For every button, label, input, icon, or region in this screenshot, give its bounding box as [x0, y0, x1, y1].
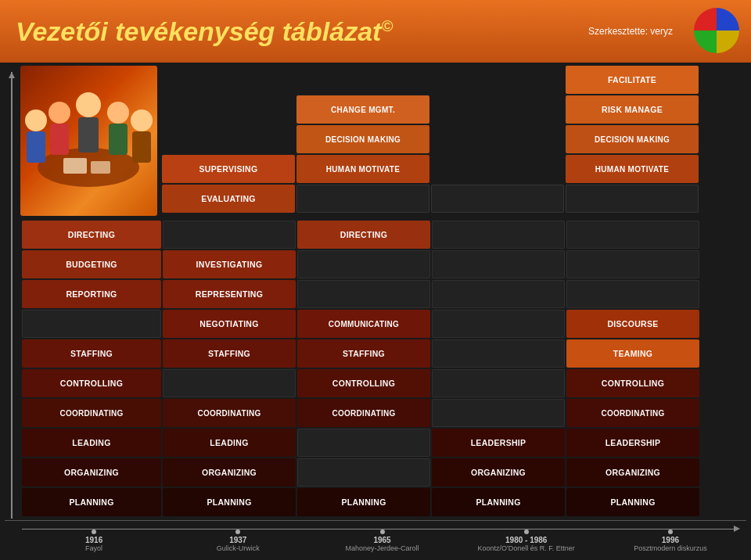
cell-reporting: REPORTING — [22, 280, 161, 308]
cell-empty — [297, 458, 430, 486]
cell-empty — [163, 369, 296, 397]
timeline-dot — [524, 529, 529, 534]
cell-coordinating-1: COORDINATING — [22, 399, 161, 427]
main-body: FACILITATE CHANGE MGMT. RISK MANAGE DECI… — [0, 63, 751, 558]
cell-empty — [162, 95, 295, 124]
timeline-item-1965: 1965 Mahoney-Jerdee-Caroll — [310, 524, 454, 552]
cell-directing-1: DIRECTING — [22, 221, 161, 249]
cell-empty — [162, 66, 295, 94]
logo-q1 — [694, 8, 717, 31]
cell-planning-2: PLANNING — [163, 488, 296, 516]
logo — [694, 8, 739, 53]
row-coordinating: COORDINATING COORDINATING COORDINATING C… — [22, 399, 742, 427]
timeline-name: Fayol — [85, 544, 102, 552]
svg-point-1 — [25, 109, 47, 131]
svg-point-5 — [76, 92, 101, 117]
cell-empty — [297, 429, 430, 457]
cell-negotiating: NEGOTIATING — [163, 310, 296, 338]
cell-empty — [431, 155, 564, 183]
cell-empty — [566, 185, 699, 213]
cell-empty — [566, 250, 699, 278]
cell-coordinating-5: COORDINATING — [566, 399, 699, 427]
cell-discourse: DISCOURSE — [566, 310, 699, 338]
cell-controlling-3: CONTROLLING — [297, 369, 430, 397]
cell-planning-5: PLANNING — [566, 488, 699, 516]
cell-empty — [432, 399, 565, 427]
cell-human-motivate-5: HUMAN MOTIVATE — [566, 155, 699, 183]
cell-leading-2: LEADING — [163, 429, 296, 457]
cell-organizing-4: ORGANIZING — [432, 458, 565, 486]
cell-decision-making-4: DECISION MAKING — [296, 125, 429, 153]
cell-staffing-3: STAFFING — [297, 339, 430, 368]
svg-point-7 — [107, 102, 129, 124]
cell-leadership-5: LEADERSHIP — [566, 429, 699, 457]
timeline-year: 1996 — [662, 536, 679, 544]
cell-empty — [431, 185, 564, 213]
timeline-year: 1980 - 1986 — [505, 536, 547, 544]
cell-planning-4: PLANNING — [432, 488, 565, 516]
cell-empty — [432, 221, 565, 249]
cell-empty — [296, 185, 429, 213]
timeline-name: Mahoney-Jerdee-Caroll — [345, 544, 419, 552]
row-change: CHANGE MGMT. RISK MANAGE — [162, 95, 746, 124]
content-area: FACILITATE CHANGE MGMT. RISK MANAGE DECI… — [5, 66, 746, 217]
timeline-dot — [235, 529, 240, 534]
cell-supervising: SUPERVISING — [162, 155, 295, 183]
cell-budgeting: BUDGETING — [22, 250, 161, 278]
cell-empty — [296, 66, 429, 94]
row-reporting: REPORTING REPRESENTING — [22, 280, 742, 308]
svg-rect-12 — [91, 161, 110, 174]
data-grid: FACILITATE CHANGE MGMT. RISK MANAGE DECI… — [162, 66, 746, 217]
timeline-item-1937: 1937 Gulick-Urwick — [166, 524, 310, 552]
cell-change-mgmt: CHANGE MGMT. — [296, 95, 429, 124]
cell-human-motivate-3: HUMAN MOTIVATE — [296, 155, 429, 183]
cell-staffing-1: STAFFING — [22, 339, 161, 368]
cell-planning-1: PLANNING — [22, 488, 161, 516]
cell-coordinating-2: COORDINATING — [163, 399, 296, 427]
cell-planning-3: PLANNING — [297, 488, 430, 516]
svg-rect-11 — [63, 158, 87, 174]
timeline-name: Posztmodern diskurzus — [634, 544, 707, 552]
row-organizing: ORGANIZING ORGANIZING ORGANIZING ORGANIZ… — [22, 458, 742, 486]
row-negotiating: NEGOTIATING COMMUNICATING DISCOURSE — [22, 310, 742, 338]
cell-empty — [297, 280, 430, 308]
logo-q4 — [717, 31, 739, 53]
cell-organizing-5: ORGANIZING — [566, 458, 699, 486]
cell-organizing-1: ORGANIZING — [22, 458, 161, 486]
svg-rect-6 — [78, 117, 99, 153]
cell-empty — [566, 280, 699, 308]
cell-controlling-5: CONTROLLING — [566, 369, 699, 397]
lower-grid: DIRECTING DIRECTING BUDGETING INVESTIGAT… — [5, 219, 746, 518]
row-decision: DECISION MAKING DECISION MAKING — [162, 125, 746, 153]
timeline-item-1916: 1916 Fayol — [22, 524, 166, 552]
logo-q3 — [694, 31, 717, 53]
logo-q2 — [717, 8, 739, 31]
subtitle: Szerkesztette: veryz — [588, 26, 673, 37]
row-budgeting: BUDGETING INVESTIGATING — [22, 250, 742, 278]
timeline-dot — [668, 529, 673, 534]
page-header: Vezetői tevékenység táblázat© Szerkeszte… — [0, 0, 751, 63]
cell-evaluating: EVALUATING — [162, 185, 295, 213]
cell-organizing-2: ORGANIZING — [163, 458, 296, 486]
timeline: 1916 Fayol 1937 Gulick-Urwick 1965 Mahon… — [5, 520, 746, 555]
timeline-year: 1916 — [85, 536, 102, 544]
timeline-year: 1965 — [373, 536, 390, 544]
cell-empty — [431, 95, 564, 124]
cell-empty — [432, 339, 565, 368]
cell-directing-3: DIRECTING — [297, 221, 430, 249]
meeting-image — [20, 66, 157, 216]
cell-coordinating-3: COORDINATING — [297, 399, 430, 427]
cell-empty — [297, 250, 430, 278]
cell-controlling-1: CONTROLLING — [22, 369, 161, 397]
vertical-arrow — [11, 72, 13, 519]
cell-risk-manage: RISK MANAGE — [566, 95, 699, 124]
row-supervising: SUPERVISING HUMAN MOTIVATE HUMAN MOTIVAT… — [162, 155, 746, 183]
row-controlling: CONTROLLING CONTROLLING CONTROLLING — [22, 369, 742, 397]
row-staffing: STAFFING STAFFING STAFFING TEAMING — [22, 339, 742, 368]
row-facilitate: FACILITATE — [162, 66, 746, 94]
timeline-dot — [92, 529, 96, 534]
timeline-name: Gulick-Urwick — [217, 544, 260, 552]
cell-empty — [22, 310, 161, 338]
cell-empty — [432, 280, 565, 308]
cell-facilitate: FACILITATE — [566, 66, 699, 94]
